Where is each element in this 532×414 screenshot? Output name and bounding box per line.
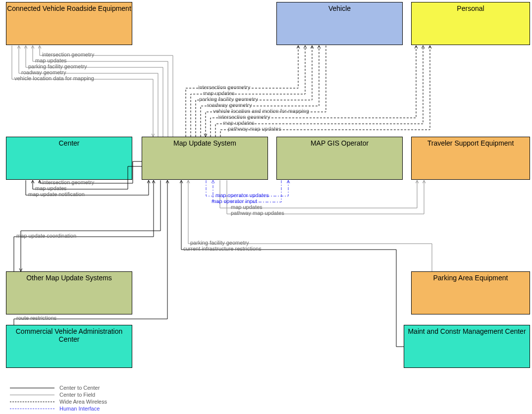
flow-label: map updates (35, 57, 67, 63)
flow-label: vehicle location and motion for mapping (213, 108, 309, 114)
flow-label: parking facility geometry (190, 240, 249, 246)
legend-label: Center to Field (59, 392, 95, 398)
flow-label: vehicle location data for mapping (14, 75, 94, 81)
flow-label: map updates (223, 120, 255, 126)
legend-label: Human Interface (59, 406, 100, 412)
flow-label: map updates (231, 204, 263, 210)
flow-label: map update coordination (16, 233, 76, 239)
flow-label: map updates (35, 185, 67, 191)
flow-label: pathway map updates (228, 126, 281, 132)
flow-label: map update notification (28, 191, 85, 197)
diagram-connections (0, 0, 532, 414)
flow-label: intersection geometry (198, 84, 250, 90)
flow-label: intersection geometry (42, 52, 94, 57)
flow-label: intersection geometry (42, 179, 94, 185)
flow-label: roadway geometry (207, 102, 252, 108)
flow-label: map operator updates (215, 192, 269, 198)
flow-label: parking facility geometry (199, 96, 258, 102)
flow-label: pathway map updates (231, 210, 284, 216)
flow-label: route restrictions (16, 315, 56, 321)
flow-label: parking facility geometry (28, 63, 87, 69)
flow-label: map operator input (212, 198, 257, 204)
legend-label: Center to Center (59, 385, 100, 391)
flow-label: current infrastructure restrictions (183, 246, 262, 252)
legend: Center to Center Center to Field Wide Ar… (10, 384, 107, 412)
flow-label: map updates (203, 90, 235, 96)
flow-label: roadway geometry (21, 69, 66, 75)
flow-label: intersection geometry (218, 114, 270, 120)
legend-label: Wide Area Wireless (59, 399, 107, 405)
